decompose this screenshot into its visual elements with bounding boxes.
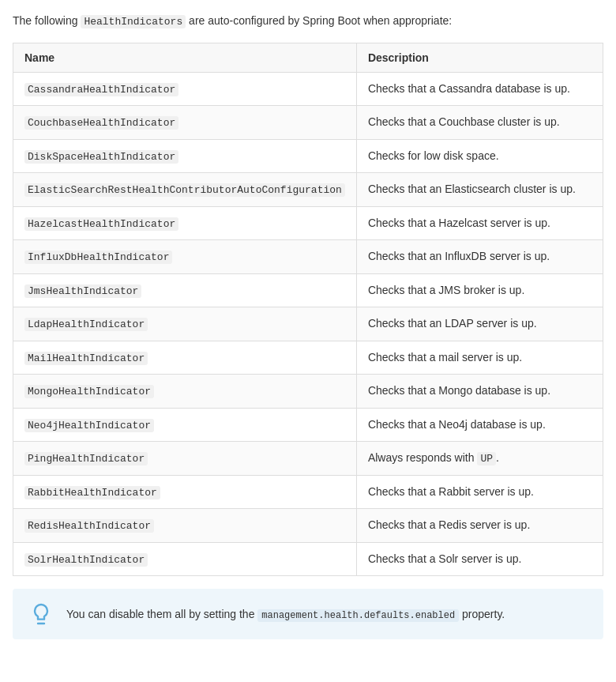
table-row: HazelcastHealthIndicatorChecks that a Ha… bbox=[13, 206, 603, 240]
note-code: management.health.defaults.enabled bbox=[257, 609, 459, 622]
cell-name: CouchbaseHealthIndicator bbox=[13, 106, 357, 140]
cell-description: Checks that a Rabbit server is up. bbox=[356, 475, 603, 509]
table-row: ElasticSearchRestHealthContributorAutoCo… bbox=[13, 173, 603, 207]
cell-description: Checks that a Cassandra database is up. bbox=[356, 72, 603, 106]
table-row: Neo4jHealthIndicatorChecks that a Neo4j … bbox=[13, 408, 603, 442]
table-row: PingHealthIndicatorAlways responds with … bbox=[13, 442, 603, 476]
cell-name: CassandraHealthIndicator bbox=[13, 72, 357, 106]
table-row: JmsHealthIndicatorChecks that a JMS brok… bbox=[13, 273, 603, 307]
indicator-name: Neo4jHealthIndicator bbox=[24, 419, 154, 432]
column-header-description: Description bbox=[356, 43, 603, 72]
indicator-name: RabbitHealthIndicator bbox=[24, 486, 160, 499]
lightbulb-icon bbox=[28, 601, 54, 627]
cell-name: MailHealthIndicator bbox=[13, 341, 357, 375]
cell-name: LdapHealthIndicator bbox=[13, 307, 357, 341]
intro-code: HealthIndicators bbox=[81, 15, 186, 28]
indicator-name: RedisHealthIndicator bbox=[24, 519, 154, 533]
indicator-name: ElasticSearchRestHealthContributorAutoCo… bbox=[24, 183, 345, 197]
table-row: SolrHealthIndicatorChecks that a Solr se… bbox=[13, 542, 603, 576]
indicator-name: JmsHealthIndicator bbox=[24, 284, 141, 298]
cell-name: JmsHealthIndicator bbox=[13, 273, 357, 307]
cell-description: Checks that a Solr server is up. bbox=[356, 542, 603, 576]
indicator-name: PingHealthIndicator bbox=[24, 452, 148, 465]
cell-description: Checks that a Neo4j database is up. bbox=[356, 408, 603, 442]
table-row: CassandraHealthIndicatorChecks that a Ca… bbox=[13, 72, 603, 106]
cell-description: Checks that a Redis server is up. bbox=[356, 509, 603, 543]
indicator-name: HazelcastHealthIndicator bbox=[24, 217, 178, 231]
table-header-row: Name Description bbox=[13, 43, 603, 72]
up-code: UP bbox=[477, 452, 496, 465]
cell-name: MongoHealthIndicator bbox=[13, 375, 357, 409]
cell-description: Always responds with UP. bbox=[356, 442, 603, 476]
note-box: You can disable them all by setting the … bbox=[13, 589, 603, 639]
table-row: DiskSpaceHealthIndicatorChecks for low d… bbox=[13, 139, 603, 173]
cell-description: Checks that a JMS broker is up. bbox=[356, 273, 603, 307]
intro-text-prefix: The following bbox=[13, 14, 81, 27]
table-row: CouchbaseHealthIndicatorChecks that a Co… bbox=[13, 106, 603, 140]
indicator-name: MongoHealthIndicator bbox=[24, 385, 154, 398]
health-indicators-table: Name Description CassandraHealthIndicato… bbox=[13, 43, 603, 577]
table-row: MailHealthIndicatorChecks that a mail se… bbox=[13, 341, 603, 375]
indicator-name: LdapHealthIndicator bbox=[24, 318, 148, 331]
cell-description: Checks that an InfluxDB server is up. bbox=[356, 240, 603, 274]
cell-name: HazelcastHealthIndicator bbox=[13, 206, 357, 240]
table-row: LdapHealthIndicatorChecks that an LDAP s… bbox=[13, 307, 603, 341]
indicator-name: CouchbaseHealthIndicator bbox=[24, 116, 178, 130]
indicator-name: DiskSpaceHealthIndicator bbox=[24, 150, 178, 164]
indicator-name: CassandraHealthIndicator bbox=[24, 83, 178, 96]
table-row: RabbitHealthIndicatorChecks that a Rabbi… bbox=[13, 475, 603, 509]
cell-name: ElasticSearchRestHealthContributorAutoCo… bbox=[13, 173, 357, 207]
intro-text-suffix: are auto-configured by Spring Boot when … bbox=[186, 14, 452, 27]
intro-paragraph: The following HealthIndicators are auto-… bbox=[13, 13, 603, 30]
indicator-name: SolrHealthIndicator bbox=[24, 553, 148, 567]
cell-description: Checks that an LDAP server is up. bbox=[356, 307, 603, 341]
column-header-name: Name bbox=[13, 43, 357, 72]
cell-name: RabbitHealthIndicator bbox=[13, 475, 357, 509]
table-row: InfluxDbHealthIndicatorChecks that an In… bbox=[13, 240, 603, 274]
cell-description: Checks for low disk space. bbox=[356, 139, 603, 173]
note-text-suffix: property. bbox=[459, 608, 505, 620]
cell-name: SolrHealthIndicator bbox=[13, 542, 357, 576]
cell-description: Checks that a Mongo database is up. bbox=[356, 375, 603, 409]
table-row: MongoHealthIndicatorChecks that a Mongo … bbox=[13, 375, 603, 409]
cell-name: RedisHealthIndicator bbox=[13, 509, 357, 543]
cell-description: Checks that an Elasticsearch cluster is … bbox=[356, 173, 603, 207]
cell-name: InfluxDbHealthIndicator bbox=[13, 240, 357, 274]
note-text: You can disable them all by setting the … bbox=[66, 606, 505, 623]
cell-description: Checks that a mail server is up. bbox=[356, 341, 603, 375]
cell-description: Checks that a Hazelcast server is up. bbox=[356, 206, 603, 240]
indicator-name: MailHealthIndicator bbox=[24, 352, 148, 365]
cell-name: PingHealthIndicator bbox=[13, 442, 357, 476]
note-text-prefix: You can disable them all by setting the bbox=[66, 608, 257, 620]
cell-name: DiskSpaceHealthIndicator bbox=[13, 139, 357, 173]
indicator-name: InfluxDbHealthIndicator bbox=[24, 251, 172, 264]
table-row: RedisHealthIndicatorChecks that a Redis … bbox=[13, 509, 603, 543]
cell-description: Checks that a Couchbase cluster is up. bbox=[356, 106, 603, 140]
cell-name: Neo4jHealthIndicator bbox=[13, 408, 357, 442]
